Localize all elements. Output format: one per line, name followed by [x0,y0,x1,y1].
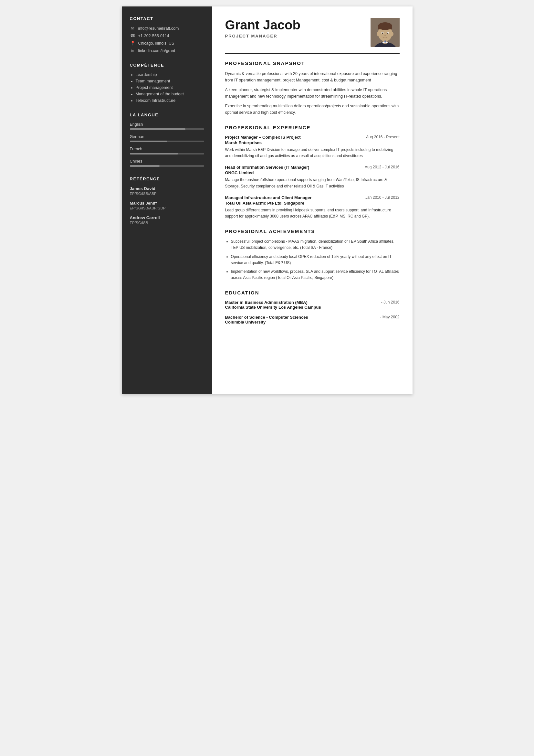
language-bar-background [130,165,204,167]
experience-date: Aug 2016 - Present [366,135,399,139]
experience-role: Managed Infrastructure and Client Manage… [225,195,312,200]
experience-item: Managed Infrastructure and Client Manage… [225,195,400,220]
photo-placeholder [370,18,400,47]
achievements-list: Successfull project completions - MAAS m… [225,238,400,281]
achievement-item: Implementation of new workflows, process… [231,269,400,281]
reference-item: Andrew Carroll EP/SG/ISB [130,215,204,225]
competence-list: LeardershipTeam managementProject manage… [130,72,204,103]
main-content: Grant Jacob PROJECT MANAGER [212,7,413,394]
contact-list: ✉info@resumekraft.com☎+1-202-555-0114📍Ch… [130,26,204,53]
snapshot-paragraph: Expertise in spearheading multimillion d… [225,103,400,116]
contact-section: CONTACT ✉info@resumekraft.com☎+1-202-555… [130,16,204,53]
education-item: Master in Business Administration (MBA) … [225,300,400,310]
language-bar-background [130,128,204,130]
reference-name: Andrew Carroll [130,215,204,220]
language-item: Chines [130,159,204,167]
experience-item: Project Manager – Complex IS Project Aug… [225,135,400,159]
snapshot-title: PROFESSIONAL SNAPSHOT [225,61,400,66]
education-school: Columbia University [225,320,308,325]
contact-title: CONTACT [130,16,204,21]
education-left: Master in Business Administration (MBA) … [225,300,321,310]
linkedin-icon: in [130,48,136,53]
language-name: English [130,122,204,127]
snapshot-text: Dynamic & versatile professional with 20… [225,70,400,116]
contact-item-linkedin: inlinkedin.com/in/grant [130,48,204,53]
language-bar-fill [130,165,160,167]
experience-company: ONGC Limited [225,170,400,175]
competence-item: Project management [136,85,204,90]
reference-detail: EP/SG/ISB/ABP [130,192,204,196]
language-list: English German French Chines [130,122,204,167]
language-item: French [130,147,204,154]
job-title: PROJECT MANAGER [225,34,364,39]
experience-header: Managed Infrastructure and Client Manage… [225,195,400,200]
competence-item: Telecom Infrastructure [136,98,204,103]
header-divider [225,53,400,54]
experience-description: Lead group different teams in providing … [225,207,400,220]
language-title: LA LANGUE [130,113,204,117]
language-bar-background [130,141,204,142]
competence-item: Management of the budget [136,92,204,96]
experience-date: Aug 2012 - Jul 2016 [365,165,399,169]
achievements-title: PROFESIONAL ACHIEVEMENTS [225,229,400,234]
experience-item: Head of Information Services (IT Manager… [225,165,400,189]
profile-photo [370,18,400,47]
education-degree: Master in Business Administration (MBA) [225,300,321,305]
svg-point-10 [387,33,388,34]
snapshot-paragraph: A keen planner, strategist & implementer… [225,87,400,99]
contact-text: linkedin.com/in/grant [138,48,175,53]
education-date: - May 2002 [380,315,399,319]
education-school: California State University Los Angeles … [225,305,321,310]
experience-role: Head of Information Services (IT Manager… [225,165,310,170]
svg-point-9 [382,33,383,34]
experience-company: Total Oil Asia Pacific Pte Ltd, Singapor… [225,201,400,205]
experience-description: Work within Marsh E&P Division to manage… [225,147,400,159]
competence-section: COMPÉTENCE LeardershipTeam managementPro… [130,63,204,103]
education-left: Bachelor of Science - Computer Sciences … [225,315,308,325]
location-icon: 📍 [130,41,136,45]
education-list: Master in Business Administration (MBA) … [225,300,400,325]
reference-title: RÉFÉRENCE [130,176,204,181]
experience-section: PROFESSIONAL EXPERIENCE Project Manager … [225,125,400,220]
header: Grant Jacob PROJECT MANAGER [225,18,400,47]
competence-item: Leardership [136,72,204,77]
contact-text: Chicago, Illinois, US [138,41,174,45]
reference-section: RÉFÉRENCE James David EP/SG/ISB/ABP Marc… [130,176,204,225]
language-name: French [130,147,204,151]
competence-item: Team management [136,79,204,83]
reference-item: James David EP/SG/ISB/ABP [130,186,204,196]
snapshot-section: PROFESSIONAL SNAPSHOT Dynamic & versatil… [225,61,400,116]
experience-description: Manage the onshore/offshore operational … [225,177,400,189]
email-icon: ✉ [130,26,136,31]
full-name: Grant Jacob [225,18,364,32]
reference-item: Marcus Jeniff EP/SG/ISB/ABP/GDP [130,201,204,210]
experience-list: Project Manager – Complex IS Project Aug… [225,135,400,220]
education-title: EDUCATION [225,290,400,295]
reference-name: Marcus Jeniff [130,201,204,205]
language-name: German [130,134,204,139]
snapshot-paragraph: Dynamic & versatile professional with 20… [225,70,400,83]
reference-detail: EP/SG/ISB/ABP/GDP [130,206,204,210]
svg-rect-6 [378,26,392,29]
experience-header: Project Manager – Complex IS Project Aug… [225,135,400,140]
language-name: Chines [130,159,204,164]
education-date: - Jun 2016 [381,300,400,305]
language-item: English [130,122,204,130]
achievements-section: PROFESIONAL ACHIEVEMENTS Successfull pro… [225,229,400,281]
contact-text: +1-202-555-0114 [138,34,169,38]
reference-detail: EP/SG/ISB [130,221,204,225]
name-title-block: Grant Jacob PROJECT MANAGER [225,18,364,39]
experience-company: Marsh Enterprises [225,140,400,145]
sidebar: CONTACT ✉info@resumekraft.com☎+1-202-555… [122,7,212,394]
language-bar-background [130,153,204,154]
competence-title: COMPÉTENCE [130,63,204,68]
contact-text: info@resumekraft.com [138,26,179,31]
language-bar-fill [130,141,167,142]
experience-date: Jan 2010 - Jul 2012 [365,195,399,200]
resume-container: CONTACT ✉info@resumekraft.com☎+1-202-555… [122,7,413,394]
phone-icon: ☎ [130,33,136,38]
education-item: Bachelor of Science - Computer Sciences … [225,315,400,325]
reference-name: James David [130,186,204,191]
svg-point-11 [377,32,379,36]
experience-title: PROFESSIONAL EXPERIENCE [225,125,400,130]
